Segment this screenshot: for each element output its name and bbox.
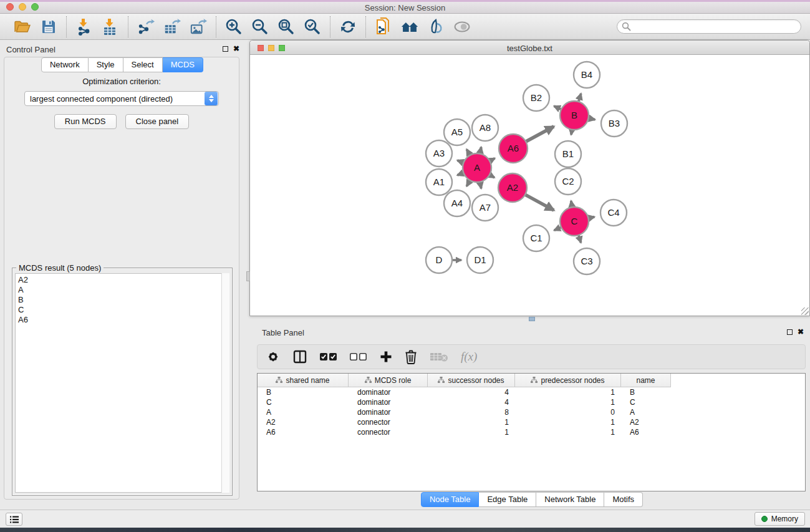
table-row[interactable]: Adominator80A xyxy=(258,407,805,417)
column-header-MCDS-role[interactable]: MCDS role xyxy=(349,374,428,387)
node-B1[interactable]: B1 xyxy=(555,141,581,167)
table-toolbar: f(x) xyxy=(257,344,806,369)
tab-network-table[interactable]: Network Table xyxy=(536,492,604,507)
node-A[interactable]: A xyxy=(463,153,491,182)
result-item[interactable]: B xyxy=(18,295,229,305)
node-label: C4 xyxy=(607,207,619,218)
node-label: D xyxy=(436,254,443,265)
export-image-icon[interactable] xyxy=(190,18,207,36)
node-A7[interactable]: A7 xyxy=(472,195,498,221)
column-header-name[interactable]: name xyxy=(621,374,671,387)
result-item[interactable]: C xyxy=(18,305,229,315)
show-hide-icon[interactable] xyxy=(453,18,471,36)
column-header-predecessor-nodes[interactable]: predecessor nodes xyxy=(515,374,621,387)
node-C3[interactable]: C3 xyxy=(574,248,600,274)
result-item[interactable]: A6 xyxy=(18,315,229,325)
node-A6[interactable]: A6 xyxy=(499,134,528,163)
edge-A6-B[interactable] xyxy=(524,127,554,142)
resize-grip[interactable] xyxy=(801,307,809,315)
node-label: C1 xyxy=(530,233,542,243)
search-input[interactable] xyxy=(617,19,801,34)
vertical-splitter-handle[interactable] xyxy=(246,271,250,281)
column-header-shared-name[interactable]: shared name xyxy=(258,374,349,387)
column-header-label: name xyxy=(636,376,655,385)
function-builder-icon[interactable]: f(x) xyxy=(461,350,477,364)
run-mcds-button[interactable]: Run MCDS xyxy=(54,114,117,129)
node-C[interactable]: C xyxy=(560,207,589,236)
node-B3[interactable]: B3 xyxy=(601,110,627,137)
table-panel: Table Panel ✖ f(x) shared nameMCDS rol xyxy=(254,323,810,508)
result-item[interactable]: A xyxy=(18,285,229,295)
close-panel-button[interactable]: Close panel xyxy=(125,114,190,129)
titlebar-accent-strip xyxy=(0,0,810,2)
table-row[interactable]: Cdominator41C xyxy=(258,397,805,407)
column-header-successor-nodes[interactable]: successor nodes xyxy=(428,374,515,387)
columns-icon[interactable] xyxy=(292,349,307,364)
node-B[interactable]: B xyxy=(560,101,589,130)
tab-edge-table[interactable]: Edge Table xyxy=(479,492,536,507)
close-panel-icon[interactable]: ✖ xyxy=(233,45,239,52)
edge-A2-C[interactable] xyxy=(524,194,554,210)
delete-table-icon[interactable] xyxy=(430,351,448,362)
import-table-icon[interactable] xyxy=(102,18,119,36)
node-A5[interactable]: A5 xyxy=(444,119,470,145)
node-B4[interactable]: B4 xyxy=(574,62,600,88)
save-session-icon[interactable] xyxy=(40,18,57,36)
add-column-icon[interactable] xyxy=(380,351,392,363)
node-A3[interactable]: A3 xyxy=(426,140,452,167)
open-file-icon[interactable] xyxy=(14,18,31,36)
tab-node-table[interactable]: Node Table xyxy=(421,492,480,507)
horizontal-splitter-handle[interactable] xyxy=(529,317,535,321)
export-table-icon[interactable] xyxy=(163,18,181,36)
mcds-result-title: MCDS result (5 nodes) xyxy=(16,263,104,273)
zoom-selected-icon[interactable] xyxy=(304,18,321,36)
paint-style-icon[interactable] xyxy=(427,18,445,36)
import-network-icon[interactable] xyxy=(75,18,93,36)
node-table[interactable]: shared nameMCDS rolesuccessor nodesprede… xyxy=(257,373,806,491)
zoom-in-icon[interactable] xyxy=(225,18,243,36)
node-A4[interactable]: A4 xyxy=(444,190,470,216)
node-D1[interactable]: D1 xyxy=(467,247,493,273)
export-network-icon[interactable] xyxy=(137,18,155,36)
table-row[interactable]: A6connector11A6 xyxy=(258,427,805,437)
node-A1[interactable]: A1 xyxy=(426,169,452,195)
delete-column-icon[interactable] xyxy=(405,349,417,364)
copy-style-icon[interactable] xyxy=(375,18,392,36)
result-item[interactable]: A2 xyxy=(18,275,229,285)
refresh-layout-icon[interactable] xyxy=(339,18,357,36)
tab-network[interactable]: Network xyxy=(41,57,89,72)
deselect-all-icon[interactable] xyxy=(350,352,367,361)
tab-style[interactable]: Style xyxy=(89,57,123,72)
node-A2[interactable]: A2 xyxy=(498,173,527,202)
criterion-select[interactable]: largest connected component (directed) xyxy=(24,91,219,106)
network-canvas[interactable]: AA1A2A3A4A5A6A7A8BB1B2B3B4CC1C2C3C4DD1 xyxy=(250,55,809,316)
tab-select[interactable]: Select xyxy=(123,57,163,72)
node-B2[interactable]: B2 xyxy=(523,85,549,111)
cell-predecessor-nodes: 1 xyxy=(515,427,621,437)
criterion-selected-value: largest connected component (directed) xyxy=(25,94,205,104)
network-window-titlebar[interactable]: testGlobe.txt xyxy=(250,41,809,55)
memory-button[interactable]: Memory xyxy=(755,512,805,526)
table-close-panel-icon[interactable]: ✖ xyxy=(798,328,804,336)
mcds-result-list[interactable]: A2ABCA6 xyxy=(15,273,229,493)
node-A8[interactable]: A8 xyxy=(472,115,498,141)
tab-motifs[interactable]: Motifs xyxy=(604,492,643,507)
zoom-out-icon[interactable] xyxy=(251,18,269,36)
float-panel-icon[interactable] xyxy=(223,46,228,52)
node-C2[interactable]: C2 xyxy=(555,168,581,195)
select-all-icon[interactable] xyxy=(320,352,337,361)
node-label: C2 xyxy=(562,176,574,186)
table-row[interactable]: Bdominator41B xyxy=(258,387,805,397)
result-scrollbar[interactable] xyxy=(221,273,229,493)
gear-icon[interactable] xyxy=(266,350,280,364)
tab-mcds[interactable]: MCDS xyxy=(163,57,203,72)
table-row[interactable]: A2connector11A2 xyxy=(258,417,805,427)
node-C1[interactable]: C1 xyxy=(523,225,549,251)
zoom-fit-icon[interactable] xyxy=(277,18,295,36)
home-view-icon[interactable] xyxy=(401,18,418,36)
table-float-panel-icon[interactable] xyxy=(787,329,793,335)
node-D[interactable]: D xyxy=(426,247,452,273)
cell-MCDS-role: dominator xyxy=(349,387,428,397)
node-C4[interactable]: C4 xyxy=(600,200,627,226)
task-history-button[interactable] xyxy=(6,513,22,526)
